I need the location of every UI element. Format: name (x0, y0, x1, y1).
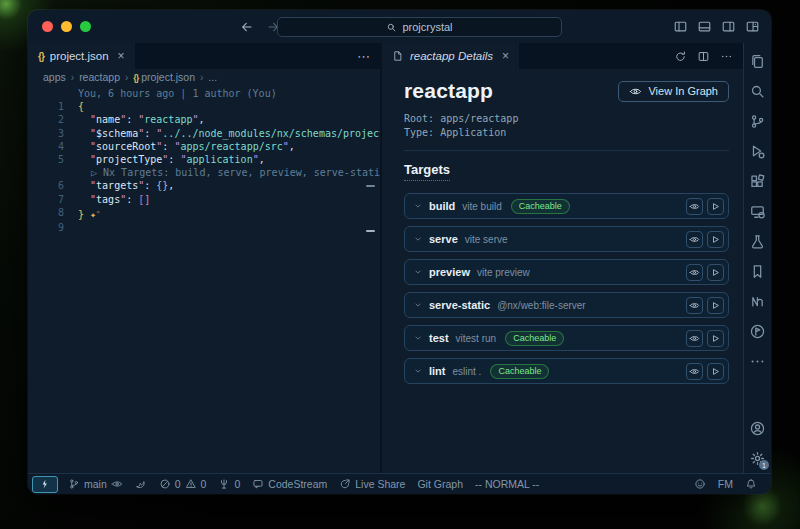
activity-item-accounts[interactable] (744, 413, 771, 443)
target-name: build (429, 200, 455, 212)
close-window-button[interactable] (42, 21, 53, 32)
target-run-button[interactable] (707, 330, 724, 347)
target-view-button[interactable] (686, 231, 703, 248)
breadcrumb-item-reactapp[interactable]: reactapp (79, 71, 120, 83)
statusbar-codestream[interactable]: CodeStream (246, 478, 333, 490)
line-number (28, 87, 78, 100)
statusbar-remote-indicator[interactable] (32, 476, 58, 493)
target-name: serve (429, 233, 458, 245)
target-run-button[interactable] (707, 297, 724, 314)
customize-layout-button[interactable] (745, 19, 760, 34)
more-actions-button[interactable] (720, 50, 733, 63)
activity-item-explorer[interactable] (744, 46, 771, 76)
lens-line[interactable]: ▷ Nx Targets: build, serve, preview, ser… (28, 166, 380, 179)
code-line[interactable]: 6 "targets": {}, (28, 179, 380, 192)
cacheable-badge: Cacheable (511, 199, 570, 214)
target-row-build[interactable]: buildvite buildCacheable (404, 193, 729, 219)
target-view-button[interactable] (686, 363, 703, 380)
toggle-primary-sidebar-button[interactable] (673, 19, 688, 34)
statusbar-feedback[interactable] (688, 478, 712, 490)
project-type-value: Application (440, 127, 506, 138)
code-line[interactable]: 2 "name": "reactapp", (28, 113, 380, 126)
statusbar-notifications[interactable] (739, 478, 763, 490)
code-line[interactable]: 4 "sourceRoot": "apps/reactapp/src", (28, 140, 380, 153)
target-view-button[interactable] (686, 264, 703, 281)
flag-circle-icon (749, 323, 766, 340)
tab-project-json[interactable]: {} project.json × (28, 43, 135, 69)
line-number (28, 166, 78, 179)
source-control-icon (749, 113, 766, 130)
code-line[interactable]: 3 "$schema": "../../node_modules/nx/sche… (28, 127, 380, 140)
eye-icon (689, 201, 700, 212)
statusbar-vim-mode[interactable]: -- NORMAL -- (469, 478, 545, 490)
statusbar-git-branch[interactable]: main (62, 478, 129, 490)
code-line[interactable]: 7 "tags": [] (28, 193, 380, 206)
breadcrumb-item--[interactable]: ... (208, 71, 217, 83)
target-run-button[interactable] (707, 231, 724, 248)
eye-icon (689, 366, 700, 377)
activity-item-source-control[interactable] (744, 106, 771, 136)
back-icon[interactable] (240, 20, 254, 34)
code-line[interactable]: 5 "projectType": "application", (28, 153, 380, 166)
activity-item-bookmarks[interactable] (744, 256, 771, 286)
toggle-panel-button[interactable] (697, 19, 712, 34)
target-name: test (429, 332, 449, 344)
extensions-icon (749, 173, 766, 190)
toggle-secondary-sidebar-button[interactable] (721, 19, 736, 34)
target-view-button[interactable] (686, 198, 703, 215)
target-view-button[interactable] (686, 330, 703, 347)
account-icon (749, 420, 766, 437)
target-row-serve-static[interactable]: serve-static@nx/web:file-server (404, 292, 729, 318)
activity-item-settings[interactable]: 1 (744, 443, 771, 473)
target-run-button[interactable] (707, 264, 724, 281)
activity-item-remote-explorer[interactable] (744, 196, 771, 226)
line-number: 8 (28, 206, 78, 222)
split-editor-button[interactable] (697, 50, 710, 63)
code-area[interactable]: You, 6 hours ago | 1 author (You)1{2 "na… (28, 85, 380, 473)
statusbar-problems[interactable]: 00 (153, 478, 213, 490)
target-run-button[interactable] (707, 363, 724, 380)
target-run-button[interactable] (707, 198, 724, 215)
statusbar-git-graph[interactable]: Git Graph (411, 478, 469, 490)
statusbar-live-share[interactable]: Live Share (333, 478, 411, 490)
play-icon (710, 201, 721, 212)
breadcrumb-item-apps[interactable]: apps (43, 71, 66, 83)
breadcrumb-item-project-json[interactable]: {} project.json (133, 71, 195, 83)
chevron-down-icon (413, 234, 423, 244)
activity-item-extensions[interactable] (744, 166, 771, 196)
target-view-button[interactable] (686, 297, 703, 314)
activity-item-run-debug[interactable] (744, 136, 771, 166)
code-line[interactable]: 1{ (28, 100, 380, 113)
activity-item-pinned-view[interactable] (744, 316, 771, 346)
play-icon (710, 267, 721, 278)
left-tabstrip: {} project.json × ⋯ (28, 43, 380, 69)
more-h-icon (749, 353, 766, 370)
close-tab-icon[interactable]: × (502, 49, 509, 63)
code-line[interactable]: 8} ✦✧ (28, 206, 380, 222)
statusbar-publish[interactable] (129, 478, 153, 490)
overview-ruler-mark (366, 185, 375, 187)
refresh-button[interactable] (674, 50, 687, 63)
activity-item-nx-console[interactable] (744, 286, 771, 316)
tab-overflow-button[interactable]: ⋯ (357, 49, 370, 64)
bird-icon (135, 478, 147, 490)
comment-icon (252, 478, 264, 490)
bolt-icon (39, 478, 51, 490)
command-center-search[interactable]: projcrystal (277, 17, 562, 37)
activity-item-testing[interactable] (744, 226, 771, 256)
editor-group-left: {} project.json × ⋯ apps›reactapp›{} pro… (28, 43, 380, 473)
view-in-graph-button[interactable]: View In Graph (618, 81, 729, 102)
statusbar-fm[interactable]: FM (712, 478, 739, 490)
target-row-serve[interactable]: servevite serve (404, 226, 729, 252)
activity-item-search[interactable] (744, 76, 771, 106)
minimize-window-button[interactable] (61, 21, 72, 32)
activity-item-additional-views[interactable] (744, 346, 771, 376)
close-tab-icon[interactable]: × (118, 49, 125, 63)
tab-reactapp-details[interactable]: reactapp Details × (382, 43, 519, 69)
zoom-window-button[interactable] (80, 21, 91, 32)
statusbar-forwarded-ports[interactable]: 0 (212, 478, 246, 490)
target-row-preview[interactable]: previewvite preview (404, 259, 729, 285)
target-row-lint[interactable]: linteslint .Cacheable (404, 358, 729, 384)
target-row-test[interactable]: testvitest runCacheable (404, 325, 729, 351)
code-line[interactable]: 9 (28, 221, 380, 234)
